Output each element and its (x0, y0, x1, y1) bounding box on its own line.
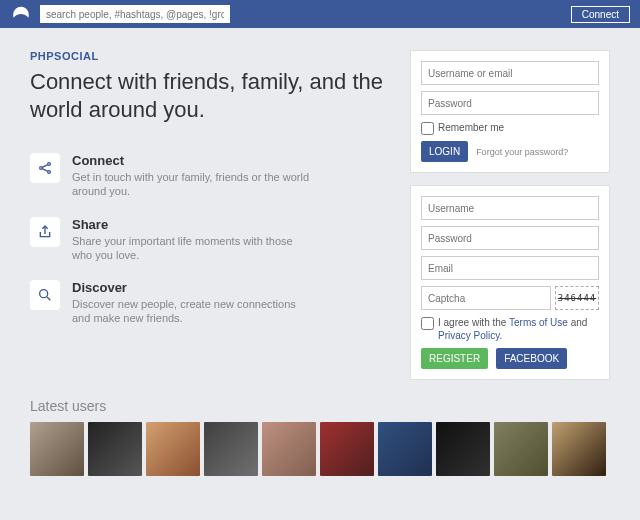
magnify-icon (30, 280, 60, 310)
login-button[interactable]: LOGIN (421, 141, 468, 162)
avatar[interactable] (262, 422, 316, 476)
remember-label: Remember me (438, 121, 504, 134)
captcha-image: 346444 (555, 286, 599, 310)
register-card: 346444 I agree with the Terms of Use and… (410, 185, 610, 380)
main-area: PHPSOCIAL Connect with friends, family, … (0, 28, 640, 390)
register-password-field[interactable] (421, 226, 599, 250)
feature-list: Connect Get in touch with your family, f… (30, 153, 390, 326)
tagline: Connect with friends, family, and the wo… (30, 68, 390, 123)
captcha-row: 346444 (421, 286, 599, 310)
login-password-field[interactable] (421, 91, 599, 115)
remember-row[interactable]: Remember me (421, 121, 599, 135)
share-nodes-icon (30, 153, 60, 183)
export-icon (30, 217, 60, 247)
feature-connect: Connect Get in touch with your family, f… (30, 153, 390, 199)
svg-point-1 (48, 163, 51, 166)
avatar[interactable] (494, 422, 548, 476)
remember-checkbox[interactable] (421, 122, 434, 135)
facebook-button[interactable]: FACEBOOK (496, 348, 567, 369)
register-username-field[interactable] (421, 196, 599, 220)
login-username-field[interactable] (421, 61, 599, 85)
feature-title: Share (72, 217, 312, 232)
avatar[interactable] (30, 422, 84, 476)
user-strip (30, 422, 610, 476)
feature-share: Share Share your important life moments … (30, 217, 390, 263)
feature-desc: Get in touch with your family, friends o… (72, 170, 312, 199)
avatar[interactable] (436, 422, 490, 476)
hero-section: PHPSOCIAL Connect with friends, family, … (30, 50, 390, 380)
avatar[interactable] (204, 422, 258, 476)
svg-point-0 (40, 167, 43, 170)
connect-button[interactable]: Connect (571, 6, 630, 23)
svg-line-4 (42, 169, 47, 172)
feature-title: Connect (72, 153, 312, 168)
avatar[interactable] (552, 422, 606, 476)
avatar[interactable] (146, 422, 200, 476)
feature-discover: Discover Discover new people, create new… (30, 280, 390, 326)
avatar[interactable] (88, 422, 142, 476)
forgot-password-link[interactable]: Forgot your password? (476, 147, 568, 157)
search-input[interactable] (40, 5, 230, 23)
svg-line-6 (47, 297, 50, 300)
latest-users-title: Latest users (30, 398, 610, 414)
agree-checkbox[interactable] (421, 317, 434, 330)
svg-point-5 (40, 290, 48, 298)
agree-text: I agree with the Terms of Use and Privac… (438, 316, 599, 342)
topbar: Connect (0, 0, 640, 28)
feature-title: Discover (72, 280, 312, 295)
svg-point-2 (48, 171, 51, 174)
svg-line-3 (42, 165, 47, 168)
register-email-field[interactable] (421, 256, 599, 280)
captcha-field[interactable] (421, 286, 551, 310)
brand-label: PHPSOCIAL (30, 50, 390, 62)
avatar[interactable] (378, 422, 432, 476)
feature-desc: Discover new people, create new connecti… (72, 297, 312, 326)
login-card: Remember me LOGIN Forgot your password? (410, 50, 610, 173)
privacy-link[interactable]: Privacy Policy (438, 330, 500, 341)
terms-link[interactable]: Terms of Use (509, 317, 568, 328)
auth-forms: Remember me LOGIN Forgot your password? … (410, 50, 610, 380)
avatar[interactable] (320, 422, 374, 476)
topbar-left (10, 3, 230, 25)
logo-icon[interactable] (10, 3, 32, 25)
latest-users-section: Latest users (0, 390, 640, 476)
agree-row[interactable]: I agree with the Terms of Use and Privac… (421, 316, 599, 342)
register-button[interactable]: REGISTER (421, 348, 488, 369)
feature-desc: Share your important life moments with t… (72, 234, 312, 263)
